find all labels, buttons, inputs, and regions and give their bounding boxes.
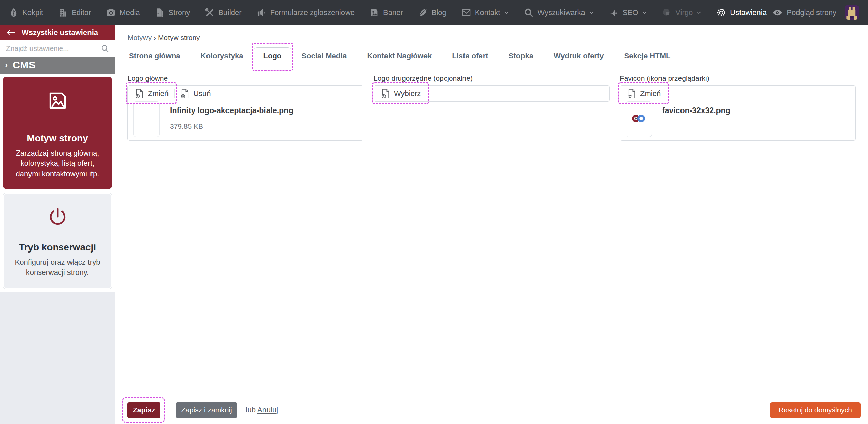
file-item: favicon-32x32.png bbox=[620, 101, 855, 140]
save-and-close-button[interactable]: Zapisz i zamknij bbox=[176, 402, 237, 418]
tab-wydruk-oferty[interactable]: Wydruk oferty bbox=[544, 52, 614, 65]
favicon-preview-image bbox=[631, 114, 646, 124]
or-label: lub bbox=[246, 406, 256, 414]
sidebar-group-cms[interactable]: › CMS bbox=[0, 57, 115, 74]
settings-search bbox=[0, 40, 115, 57]
photo-icon bbox=[11, 89, 104, 112]
nav-item-formularze-zgloszeniowe[interactable]: Formularze zgłoszeniowe bbox=[257, 8, 355, 17]
toolbar-separator bbox=[174, 89, 175, 98]
tab-label: Wydruk oferty bbox=[554, 52, 604, 60]
navbar-right: Podgląd strony bbox=[772, 5, 859, 20]
nav-item-kokpit[interactable]: Kokpit bbox=[9, 8, 43, 17]
wybierz-button[interactable]: Wybierz bbox=[376, 86, 426, 101]
navbar-menu: KokpitEditorMediaStronyBuilderFormularze… bbox=[9, 8, 767, 17]
leaf-icon bbox=[9, 8, 18, 17]
nav-item-ustawienia[interactable]: Ustawienia bbox=[716, 8, 767, 17]
section-toolbar: Wybierz bbox=[374, 86, 609, 101]
building-icon bbox=[58, 8, 67, 17]
tab-kontakt-naglowek[interactable]: Kontakt Nagłówek bbox=[357, 52, 442, 65]
file-upload-icon bbox=[135, 89, 144, 99]
section-label: Favicon (ikona przeglądarki) bbox=[620, 74, 856, 82]
nav-item-wyszukiwarka[interactable]: Wyszukiwarka bbox=[524, 8, 594, 17]
cancel-link[interactable]: Anuluj bbox=[257, 406, 278, 414]
section-label: Logo drugorzędne (opcjonalne) bbox=[374, 74, 610, 82]
usun-button[interactable]: Usuń bbox=[175, 86, 216, 101]
section-panel: Wybierz bbox=[374, 85, 610, 102]
nav-item-strony[interactable]: Strony bbox=[155, 8, 190, 17]
preview-site-button[interactable]: Podgląd strony bbox=[772, 7, 836, 18]
section-favicon-ikona-przegladarki: Favicon (ikona przeglądarki)Zmieńfavicon… bbox=[620, 74, 856, 141]
nav-item-builder[interactable]: Builder bbox=[205, 8, 241, 17]
nav-item-label: Baner bbox=[383, 8, 403, 17]
breadcrumb-separator: › bbox=[154, 34, 156, 41]
eye-icon bbox=[772, 7, 783, 18]
virgo-icon bbox=[662, 8, 671, 17]
nav-item-blog[interactable]: Blog bbox=[418, 8, 447, 17]
top-navbar: KokpitEditorMediaStronyBuilderFormularze… bbox=[0, 0, 868, 25]
settings-sidebar: Wszystkie ustawienia › CMS Motyw stronyZ… bbox=[0, 25, 115, 424]
chevron-down-icon bbox=[589, 10, 594, 15]
user-avatar[interactable] bbox=[845, 5, 859, 20]
section-label: Logo główne bbox=[127, 74, 363, 82]
nav-item-editor[interactable]: Editor bbox=[58, 8, 91, 17]
sidebar-card-tryb-konserwacji[interactable]: Tryb konserwacjiKonfiguruj oraz włącz tr… bbox=[3, 193, 112, 289]
tab-label: Kolorystyka bbox=[201, 52, 243, 60]
theme-tabs: Strona głównaKolorystykaLogoSocial Media… bbox=[115, 49, 868, 65]
nav-item-kontakt[interactable]: Kontakt bbox=[461, 8, 509, 17]
jet-icon bbox=[609, 8, 618, 17]
tab-label: Lista ofert bbox=[452, 52, 488, 60]
file-item: Infinity logo-akceptacja-biale.png379.85… bbox=[128, 101, 363, 140]
tab-kolorystyka[interactable]: Kolorystyka bbox=[191, 52, 254, 65]
nav-item-label: Kontakt bbox=[475, 8, 500, 17]
feather-icon bbox=[418, 8, 428, 17]
card-title: Motyw strony bbox=[11, 133, 104, 144]
file-meta: favicon-32x32.png bbox=[662, 101, 730, 137]
nav-item-label: Virgo bbox=[675, 8, 693, 17]
file-thumbnail bbox=[626, 101, 652, 137]
sidebar-filler bbox=[0, 292, 115, 424]
chevron-down-icon bbox=[696, 10, 702, 15]
tab-stopka[interactable]: Stopka bbox=[498, 52, 544, 65]
tab-strona-glowna[interactable]: Strona główna bbox=[127, 52, 191, 65]
nav-item-baner[interactable]: Baner bbox=[370, 8, 403, 17]
nav-item-seo[interactable]: SEO bbox=[609, 8, 647, 17]
chevron-down-icon bbox=[504, 10, 509, 15]
tab-sekcje-html[interactable]: Sekcje HTML bbox=[614, 52, 681, 65]
tab-label: Logo bbox=[263, 52, 282, 60]
breadcrumb-current: Motyw strony bbox=[158, 34, 200, 41]
button-label: Wybierz bbox=[394, 89, 421, 98]
nav-item-label: Ustawienia bbox=[730, 8, 767, 17]
tab-social-media[interactable]: Social Media bbox=[291, 52, 357, 65]
button-label: Zmień bbox=[640, 89, 661, 98]
file-thumbnail bbox=[133, 101, 160, 137]
nav-item-label: Blog bbox=[432, 8, 447, 17]
tab-lista-ofert[interactable]: Lista ofert bbox=[442, 52, 498, 65]
settings-search-input[interactable] bbox=[5, 44, 101, 53]
sidebar-card-motyw-strony[interactable]: Motyw stronyZarządzaj stroną główną, kol… bbox=[3, 77, 112, 189]
nav-item-label: SEO bbox=[623, 8, 638, 17]
zmien-button[interactable]: Zmień bbox=[130, 86, 174, 101]
nav-item-label: Strony bbox=[169, 8, 190, 17]
all-settings-back-button[interactable]: Wszystkie ustawienia bbox=[0, 25, 115, 40]
tab-logo[interactable]: Logo bbox=[254, 47, 292, 65]
file-name: Infinity logo-akceptacja-biale.png bbox=[170, 106, 293, 115]
nav-item-label: Wyszukiwarka bbox=[537, 8, 585, 17]
sidebar-group-label: CMS bbox=[13, 59, 36, 71]
file-star-icon bbox=[627, 89, 636, 99]
tab-label: Social Media bbox=[301, 52, 347, 60]
zmien-button[interactable]: Zmień bbox=[622, 86, 666, 101]
sidebar-cards: Motyw stronyZarządzaj stroną główną, kol… bbox=[0, 74, 115, 289]
nav-item-media[interactable]: Media bbox=[106, 8, 140, 17]
nav-item-virgo[interactable]: Virgo bbox=[662, 8, 702, 17]
breadcrumb-link-motywy[interactable]: Motywy bbox=[127, 34, 152, 41]
search-icon bbox=[101, 44, 110, 53]
button-label: Zmień bbox=[148, 89, 169, 98]
search-icon bbox=[524, 8, 533, 17]
main-content: Motywy › Motyw strony Strona głównaKolor… bbox=[115, 25, 868, 424]
section-panel: ZmieńUsuńInfinity logo-akceptacja-biale.… bbox=[127, 85, 363, 141]
reset-to-defaults-button[interactable]: Resetuj do domyślnych bbox=[770, 402, 861, 418]
tools-icon bbox=[205, 8, 214, 17]
camera-icon bbox=[106, 8, 116, 17]
nav-item-label: Builder bbox=[218, 8, 241, 17]
save-button[interactable]: Zapisz bbox=[127, 402, 160, 418]
